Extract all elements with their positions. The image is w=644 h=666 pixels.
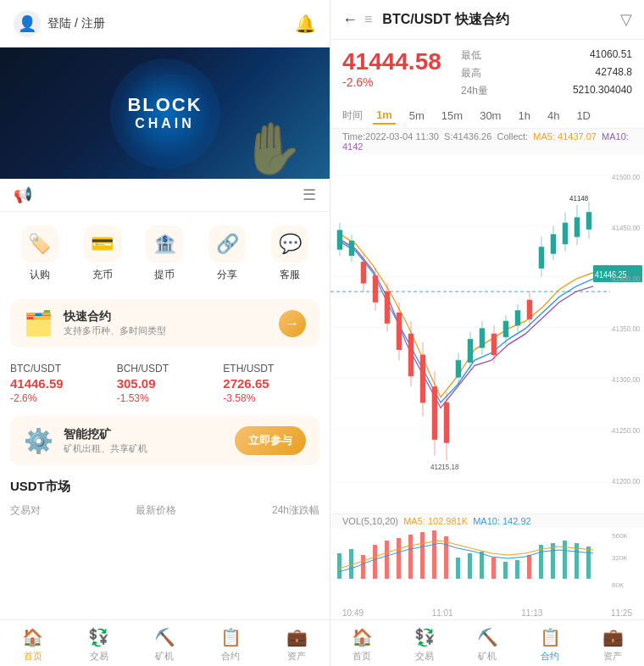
rnav-trade-icon: 💱 bbox=[414, 627, 436, 647]
tab-1h[interactable]: 1h bbox=[514, 108, 533, 124]
subscribe-icon: 🏷️ bbox=[21, 225, 58, 263]
market-col1: 交易对 bbox=[10, 503, 41, 518]
svg-rect-62 bbox=[432, 386, 437, 439]
qc-text: 快速合约 支持多币种、多时间类型 bbox=[64, 309, 166, 337]
main-change: -2.6% bbox=[342, 75, 461, 89]
price-list: BTC/USDT 41446.59 -2.6% BCH/USDT 305.09 … bbox=[0, 356, 330, 411]
menu-item-recharge[interactable]: 💳 充币 bbox=[77, 225, 128, 282]
nav-item-mining[interactable]: ⛏️ 矿机 bbox=[132, 627, 198, 663]
right-header: ← ≡ BTC/USDT 快速合约 ▽ bbox=[330, 0, 644, 40]
rnav-contract[interactable]: 📋 合约 bbox=[519, 627, 581, 663]
time-tabs: 时间 1m 5m 15m 30m 1h 4h 1D bbox=[330, 103, 644, 129]
rnav-contract-icon: 📋 bbox=[540, 627, 561, 647]
header-left: 👤 登陆 / 注册 bbox=[14, 10, 105, 37]
banner-text: BLOCK CHAIN bbox=[127, 95, 202, 130]
nav-item-contract[interactable]: 📋 合约 bbox=[197, 627, 264, 663]
vol-info: VOL(5,10,20) MA5: 102.981K MA10: 142.92 bbox=[330, 514, 644, 528]
main-price: 41444.58 bbox=[342, 48, 461, 75]
svg-rect-38 bbox=[575, 218, 580, 236]
menu-label-support: 客服 bbox=[280, 268, 300, 282]
svg-rect-59 bbox=[420, 355, 425, 402]
avatar-icon: 👤 bbox=[14, 10, 41, 37]
tab-4h[interactable]: 4h bbox=[544, 108, 563, 124]
chart-area: 41446.25 41215.18 41148 41500.00 41450.0… bbox=[330, 154, 644, 513]
tab-5m[interactable]: 5m bbox=[406, 108, 428, 124]
svg-text:41200.00: 41200.00 bbox=[612, 476, 640, 486]
menu-label-subscribe: 认购 bbox=[30, 268, 50, 282]
high-label: 最高 bbox=[461, 66, 522, 80]
time-label-1125: 11:25 bbox=[611, 608, 632, 618]
tab-30m[interactable]: 30m bbox=[476, 108, 504, 124]
svg-rect-93 bbox=[551, 543, 555, 579]
tab-1d[interactable]: 1D bbox=[573, 108, 594, 124]
svg-rect-65 bbox=[444, 402, 449, 442]
time-label-1113: 11:13 bbox=[521, 608, 542, 618]
mining-subtitle: 矿机出租、共享矿机 bbox=[64, 442, 147, 455]
price-item-bch[interactable]: BCH/USDT 305.09 -1.53% bbox=[117, 363, 214, 404]
recharge-icon: 💳 bbox=[84, 225, 121, 263]
back-icon[interactable]: ← bbox=[342, 11, 358, 29]
menu-item-subscribe[interactable]: 🏷️ 认购 bbox=[14, 225, 65, 282]
menu-lines-icon: ≡ bbox=[364, 12, 372, 27]
rnav-assets-label: 资产 bbox=[603, 650, 622, 663]
time-label-1049: 10:49 bbox=[342, 608, 364, 618]
login-text[interactable]: 登陆 / 注册 bbox=[47, 16, 105, 31]
rnav-mining-icon: ⛏️ bbox=[477, 627, 498, 647]
svg-rect-68 bbox=[491, 334, 497, 355]
banner-chain-text: CHAIN bbox=[127, 116, 202, 131]
ma-s: S:41436.26 bbox=[444, 131, 491, 142]
rnav-mining-label: 矿机 bbox=[478, 650, 497, 663]
filter-icon[interactable]: ▽ bbox=[620, 10, 632, 29]
market-title: USDT市场 bbox=[10, 479, 319, 495]
price-item-eth[interactable]: ETH/USDT 2726.65 -3.58% bbox=[223, 363, 319, 404]
tab-1m[interactable]: 1m bbox=[373, 107, 396, 125]
market-section: USDT市场 交易对 最新价格 24h涨跌幅 bbox=[0, 470, 330, 524]
rnav-home[interactable]: 🏠 首页 bbox=[330, 627, 393, 663]
qc-left: 🗂️ 快速合约 支持多币种、多时间类型 bbox=[24, 309, 166, 337]
eth-change: -3.58% bbox=[223, 392, 319, 404]
svg-text:80K: 80K bbox=[612, 581, 625, 589]
mining-button[interactable]: 立即参与 bbox=[235, 426, 306, 455]
quick-contract[interactable]: 🗂️ 快速合约 支持多币种、多时间类型 → bbox=[10, 299, 319, 347]
rnav-trade-label: 交易 bbox=[415, 650, 434, 663]
vol-ma5: MA5: 102.981K bbox=[403, 516, 468, 526]
eth-pair: ETH/USDT bbox=[223, 363, 319, 375]
menu-item-support[interactable]: 💬 客服 bbox=[264, 225, 315, 282]
svg-rect-100 bbox=[397, 538, 401, 579]
nav-item-assets[interactable]: 💼 资产 bbox=[264, 627, 330, 663]
mining-nav-icon: ⛏️ bbox=[154, 627, 175, 647]
svg-rect-41 bbox=[586, 213, 591, 230]
right-panel: ← ≡ BTC/USDT 快速合约 ▽ 41444.58 -2.6% 最低 41… bbox=[330, 0, 644, 666]
menu-label-withdraw: 提币 bbox=[154, 268, 175, 282]
qc-subtitle: 支持多币种、多时间类型 bbox=[64, 325, 166, 337]
svg-rect-29 bbox=[539, 247, 544, 269]
nav-item-trade[interactable]: 💱 交易 bbox=[66, 627, 132, 663]
price-item-btc[interactable]: BTC/USDT 41446.59 -2.6% bbox=[10, 363, 107, 404]
time-label: 时间 bbox=[342, 108, 363, 123]
svg-rect-53 bbox=[397, 313, 402, 350]
rnav-assets[interactable]: 💼 资产 bbox=[581, 627, 644, 663]
svg-rect-105 bbox=[491, 558, 496, 579]
menu-item-withdraw[interactable]: 🏦 提币 bbox=[139, 225, 190, 282]
tab-15m[interactable]: 15m bbox=[438, 108, 466, 124]
bell-icon[interactable]: 🔔 bbox=[295, 14, 316, 34]
candlestick-chart: 41446.25 41215.18 41148 41500.00 41450.0… bbox=[330, 154, 644, 513]
rnav-trade[interactable]: 💱 交易 bbox=[393, 627, 456, 663]
market-header: 交易对 最新价格 24h涨跌幅 bbox=[10, 500, 319, 521]
svg-text:41450.00: 41450.00 bbox=[612, 223, 640, 232]
rnav-home-label: 首页 bbox=[353, 650, 371, 663]
svg-rect-26 bbox=[515, 311, 520, 325]
svg-rect-8 bbox=[337, 230, 342, 249]
menu-item-share[interactable]: 🔗 分享 bbox=[202, 225, 253, 282]
announce-menu-icon[interactable]: ☰ bbox=[303, 186, 316, 204]
svg-rect-101 bbox=[408, 535, 413, 579]
nav-item-home[interactable]: 🏠 首页 bbox=[0, 627, 66, 663]
nav-label-mining: 矿机 bbox=[155, 650, 174, 663]
svg-rect-32 bbox=[551, 235, 556, 253]
right-title: BTC/USDT 快速合约 bbox=[382, 11, 508, 29]
rnav-mining[interactable]: ⛏️ 矿机 bbox=[456, 627, 519, 663]
price-stats: 最低 41060.51 最高 42748.8 24h量 5210.304040 bbox=[461, 48, 632, 98]
svg-rect-47 bbox=[373, 275, 378, 302]
qc-arrow-icon[interactable]: → bbox=[279, 310, 306, 337]
market-col2: 最新价格 bbox=[136, 503, 176, 518]
